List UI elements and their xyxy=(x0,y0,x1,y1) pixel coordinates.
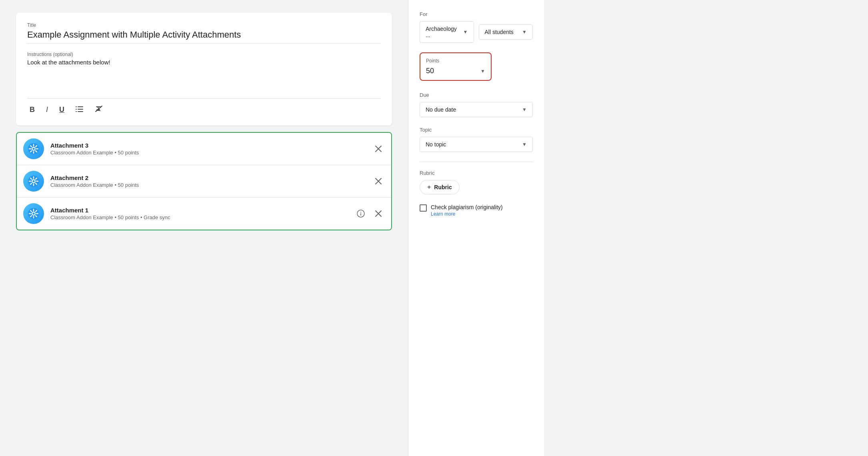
svg-rect-3 xyxy=(78,109,83,110)
topic-chevron-icon: ▼ xyxy=(522,142,527,147)
instructions-area: Instructions (optional) xyxy=(27,52,381,92)
rubric-label: Rubric xyxy=(420,170,533,176)
attachment-info: Attachment 3 Classroom Addon Example • 5… xyxy=(50,142,366,156)
instructions-label: Instructions (optional) xyxy=(27,52,381,57)
class-chevron-icon: ▼ xyxy=(463,29,468,35)
due-date-select[interactable]: No due date ▼ xyxy=(420,102,533,117)
attachment-name: Attachment 3 xyxy=(50,142,366,149)
due-label: Due xyxy=(420,92,533,98)
due-chevron-icon: ▼ xyxy=(522,107,527,112)
attachments-container: Attachment 3 Classroom Addon Example • 5… xyxy=(16,132,392,230)
svg-point-18 xyxy=(360,212,361,213)
attachment-icon xyxy=(23,171,44,192)
for-label: For xyxy=(420,11,533,17)
due-section: Due No due date ▼ xyxy=(420,92,533,117)
attachment-item: Attachment 2 Classroom Addon Example • 5… xyxy=(17,165,391,198)
rubric-section: Rubric + Rubric xyxy=(420,170,533,194)
topic-select[interactable]: No topic ▼ xyxy=(420,137,533,152)
topic-label: Topic xyxy=(420,127,533,133)
topic-value: No topic xyxy=(426,141,446,148)
for-row: Archaeology ... ▼ All students ▼ xyxy=(420,21,533,43)
students-value: All students xyxy=(485,29,514,35)
sidebar: For Archaeology ... ▼ All students ▼ Poi… xyxy=(408,0,544,456)
points-section: Points 50 ▼ xyxy=(420,52,533,82)
svg-point-12 xyxy=(33,180,35,182)
students-select[interactable]: All students ▼ xyxy=(479,24,533,40)
info-button[interactable] xyxy=(354,207,367,220)
main-panel: Title Instructions (optional) B I U xyxy=(0,0,408,456)
attachment-name: Attachment 1 xyxy=(50,207,348,214)
remove-attachment-button[interactable] xyxy=(372,207,385,220)
learn-more-link[interactable]: Learn more xyxy=(431,211,503,217)
for-section: For Archaeology ... ▼ All students ▼ xyxy=(420,11,533,43)
clear-format-button[interactable] xyxy=(92,104,105,116)
svg-point-15 xyxy=(33,213,35,215)
attachment-subtitle: Classroom Addon Example • 50 points xyxy=(50,150,366,156)
due-date-value: No due date xyxy=(426,106,456,113)
title-input[interactable] xyxy=(27,30,381,44)
attachment-name: Attachment 2 xyxy=(50,174,366,181)
title-label: Title xyxy=(27,22,381,28)
attachment-item: Attachment 1 Classroom Addon Example • 5… xyxy=(17,198,391,230)
students-chevron-icon: ▼ xyxy=(522,29,527,35)
svg-point-9 xyxy=(33,148,35,150)
attachment-subtitle: Classroom Addon Example • 50 points xyxy=(50,182,366,188)
plagiarism-row: Check plagiarism (originality) Learn mor… xyxy=(420,204,533,217)
points-label: Points xyxy=(426,58,485,64)
attachment-actions xyxy=(354,207,385,220)
attachment-actions xyxy=(372,175,385,188)
attachment-icon xyxy=(23,138,44,159)
remove-attachment-button[interactable] xyxy=(372,175,385,188)
list-button[interactable] xyxy=(73,104,86,116)
points-value-row: 50 ▼ xyxy=(426,67,485,75)
svg-rect-5 xyxy=(78,111,83,112)
svg-rect-0 xyxy=(76,106,77,107)
attachment-subtitle: Classroom Addon Example • 50 points • Gr… xyxy=(50,214,348,220)
points-box[interactable]: Points 50 ▼ xyxy=(420,52,492,81)
attachment-item: Attachment 3 Classroom Addon Example • 5… xyxy=(17,133,391,165)
attachment-info: Attachment 2 Classroom Addon Example • 5… xyxy=(50,174,366,188)
topic-section: Topic No topic ▼ xyxy=(420,127,533,152)
class-value: Archaeology ... xyxy=(426,26,460,38)
attachment-info: Attachment 1 Classroom Addon Example • 5… xyxy=(50,207,348,220)
underline-button[interactable]: U xyxy=(57,104,67,116)
attachment-icon xyxy=(23,203,44,224)
points-chevron-icon: ▼ xyxy=(480,68,485,74)
plagiarism-checkbox[interactable] xyxy=(420,204,427,212)
svg-rect-17 xyxy=(360,213,361,216)
points-value: 50 xyxy=(426,67,434,75)
title-card: Title Instructions (optional) B I U xyxy=(16,13,392,126)
plagiarism-text-group: Check plagiarism (originality) Learn mor… xyxy=(431,204,503,217)
italic-button[interactable]: I xyxy=(44,104,50,116)
svg-rect-2 xyxy=(76,109,77,110)
plagiarism-label: Check plagiarism (originality) xyxy=(431,204,503,210)
instructions-input[interactable] xyxy=(27,59,381,91)
svg-rect-4 xyxy=(76,111,77,112)
svg-rect-1 xyxy=(78,106,83,107)
class-select[interactable]: Archaeology ... ▼ xyxy=(420,21,474,43)
attachment-actions xyxy=(372,142,385,155)
formatting-toolbar: B I U xyxy=(27,98,381,116)
bold-button[interactable]: B xyxy=(27,104,37,116)
remove-attachment-button[interactable] xyxy=(372,142,385,155)
add-rubric-button[interactable]: + Rubric xyxy=(420,180,460,194)
rubric-btn-label: Rubric xyxy=(434,184,452,190)
plus-icon: + xyxy=(427,184,431,191)
divider xyxy=(420,162,533,162)
